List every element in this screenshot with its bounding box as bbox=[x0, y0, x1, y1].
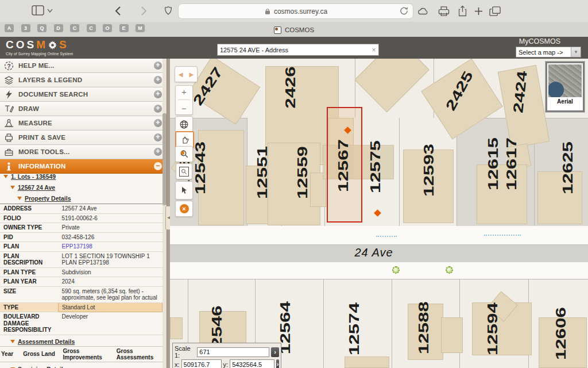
expand-icon[interactable]: + bbox=[154, 76, 162, 84]
menu-icon bbox=[4, 118, 14, 128]
active-tab[interactable]: COSMOS bbox=[0, 25, 588, 34]
parcel-label-2546[interactable]: 2546 bbox=[209, 305, 225, 347]
clear-search-icon[interactable]: × bbox=[369, 46, 378, 54]
logo-tagline: City of Surrey Mapping Online System bbox=[6, 52, 73, 56]
field-row-boulevard-damage-responsibility: BOULEVARD DAMAGE RESPONSIBILITYDeveloper bbox=[0, 312, 163, 335]
aerial-thumbnail bbox=[548, 64, 582, 97]
share-icon[interactable] bbox=[458, 5, 467, 17]
cosmos-logo[interactable]: C O S M S City of Surrey Mapping Online … bbox=[6, 39, 73, 56]
sidebar-toggle-icon[interactable] bbox=[32, 5, 44, 16]
icloud-icon[interactable] bbox=[416, 6, 431, 17]
parcel-label-12559[interactable]: 12559 bbox=[295, 146, 310, 199]
field-label: FOLIO bbox=[0, 213, 59, 223]
parcel-label-12617[interactable]: 12617 bbox=[504, 137, 519, 190]
collapse-triangle-icon[interactable] bbox=[10, 340, 15, 343]
field-value[interactable]: EPP137198 bbox=[59, 242, 163, 252]
scale-input[interactable] bbox=[197, 347, 269, 357]
assessment-details-link[interactable]: Assessment Details bbox=[18, 338, 75, 345]
expand-icon[interactable]: + bbox=[154, 133, 162, 141]
sidebar-item-draw[interactable]: DRAW + bbox=[0, 102, 167, 116]
sidebar-item-layers-legend[interactable]: LAYERS & LEGEND + bbox=[0, 73, 167, 87]
forward-icon[interactable] bbox=[141, 6, 147, 16]
zoom-point-tool[interactable] bbox=[175, 146, 193, 162]
sidebar-item-document-search[interactable]: DOCUMENT SEARCH + bbox=[0, 87, 167, 102]
expand-icon[interactable]: + bbox=[154, 62, 162, 70]
search-input[interactable] bbox=[218, 47, 369, 53]
y-label: y: bbox=[223, 361, 229, 368]
back-icon[interactable] bbox=[115, 6, 121, 16]
expand-icon[interactable]: + bbox=[154, 90, 162, 98]
field-value: 2024 bbox=[59, 277, 163, 287]
basemap-switcher[interactable]: Aerial bbox=[546, 62, 585, 112]
zoom-out-icon[interactable]: − bbox=[181, 104, 187, 113]
field-row-plan-type: PLAN TYPESubdivision bbox=[0, 267, 163, 277]
x-coordinate-input[interactable] bbox=[181, 359, 222, 368]
y-coordinate-input[interactable] bbox=[230, 359, 274, 368]
lots-link[interactable]: 1. Lots - 136549 bbox=[11, 173, 56, 180]
property-details-header[interactable]: Property Details bbox=[17, 195, 163, 202]
tab-overview-icon[interactable] bbox=[489, 6, 501, 17]
zoom-in-icon[interactable]: + bbox=[181, 87, 187, 96]
field-row-folio: FOLIO5191-00062-6 bbox=[0, 213, 163, 223]
lots-result[interactable]: 1. Lots - 136549 bbox=[3, 173, 163, 180]
scale-go-icon[interactable]: › bbox=[271, 347, 279, 357]
sidebar-item-measure[interactable]: MEASURE + bbox=[0, 116, 167, 131]
assessment-col-header: Gross Assessments bbox=[115, 346, 163, 362]
history-navigation[interactable]: ◄ ► bbox=[175, 66, 198, 82]
parcel-label-12593[interactable]: 12593 bbox=[421, 144, 436, 197]
field-value: 032-458-126 bbox=[59, 232, 163, 242]
print-icon[interactable] bbox=[438, 6, 450, 17]
field-value: Developer bbox=[59, 312, 163, 335]
collapse-triangle-icon[interactable] bbox=[17, 197, 22, 200]
field-row-plan-year: PLAN YEAR2024 bbox=[0, 277, 163, 287]
url-bar[interactable]: cosmos.surrey.ca bbox=[178, 3, 413, 19]
parcel-label-12606[interactable]: 12606 bbox=[553, 307, 568, 360]
identify-pointer-tool[interactable] bbox=[175, 181, 193, 200]
collapse-triangle-icon[interactable] bbox=[10, 186, 15, 189]
expand-icon[interactable]: + bbox=[154, 148, 162, 156]
plan-link[interactable]: EPP137198 bbox=[62, 243, 92, 250]
menu-icon bbox=[4, 104, 14, 114]
next-extent-icon[interactable]: ► bbox=[188, 71, 195, 78]
assessment-details-header[interactable]: Assessment Details bbox=[10, 338, 163, 345]
coords-go-icon[interactable]: › bbox=[276, 359, 279, 368]
menu-icon bbox=[4, 75, 14, 85]
clear-selection-tool[interactable]: × bbox=[175, 201, 193, 217]
zoom-box-tool[interactable] bbox=[176, 163, 192, 179]
zoom-control[interactable]: + − bbox=[175, 85, 193, 115]
collapse-triangle-icon[interactable] bbox=[3, 175, 8, 178]
parcel-label-12588[interactable]: 12588 bbox=[416, 301, 431, 354]
new-tab-icon[interactable] bbox=[474, 7, 483, 16]
parcel-label-12551[interactable]: 12551 bbox=[254, 146, 270, 199]
sidebar-item-print-save[interactable]: PRINT & SAVE + bbox=[0, 131, 167, 145]
expand-icon[interactable]: + bbox=[154, 105, 162, 113]
address-result[interactable]: 12567 24 Ave bbox=[10, 184, 163, 191]
globe-tool[interactable] bbox=[175, 116, 193, 132]
address-link[interactable]: 12567 24 Ave bbox=[18, 184, 55, 191]
parcel-label-12543[interactable]: 12543 bbox=[192, 141, 208, 194]
sidebar-item-more-tools[interactable]: MORE TOOLS... + bbox=[0, 145, 167, 159]
sidebar-item-help-me[interactable]: HELP ME... + bbox=[0, 59, 167, 73]
prev-extent-icon[interactable]: ◄ bbox=[177, 71, 184, 78]
servicing-details-link[interactable]: Servicing Details bbox=[18, 366, 67, 368]
mycosmos-link[interactable]: MyCOSMOS bbox=[519, 37, 560, 45]
dropdown-arrow-icon[interactable]: ▼ bbox=[571, 47, 581, 57]
expand-icon[interactable]: + bbox=[154, 119, 162, 127]
tree-symbol bbox=[446, 266, 453, 274]
privacy-shield-icon[interactable] bbox=[163, 5, 173, 17]
parcel-label-2426[interactable]: 2426 bbox=[283, 66, 298, 108]
reload-icon[interactable] bbox=[400, 6, 408, 15]
parcel-label-12575[interactable]: 12575 bbox=[368, 140, 383, 193]
map-select-dropdown[interactable]: Select a map -> ▼ bbox=[516, 47, 581, 57]
parcel-label-12574[interactable]: 12574 bbox=[346, 302, 362, 355]
parcel-label-12594[interactable]: 12594 bbox=[485, 302, 500, 355]
property-details-link[interactable]: Property Details bbox=[25, 195, 71, 202]
parcel-label-12615[interactable]: 12615 bbox=[485, 137, 501, 190]
map-canvas[interactable]: 24 Ave 242724262425242412541125431255112… bbox=[170, 59, 588, 368]
scrollbar-thumb[interactable] bbox=[163, 113, 167, 205]
address-search: × bbox=[217, 44, 379, 56]
servicing-details-header[interactable]: Servicing Details bbox=[10, 366, 163, 368]
chevron-down-icon[interactable] bbox=[47, 9, 53, 13]
parcel-label-12625[interactable]: 12625 bbox=[560, 141, 575, 194]
parcel-label-12567[interactable]: 12567 bbox=[335, 139, 351, 192]
